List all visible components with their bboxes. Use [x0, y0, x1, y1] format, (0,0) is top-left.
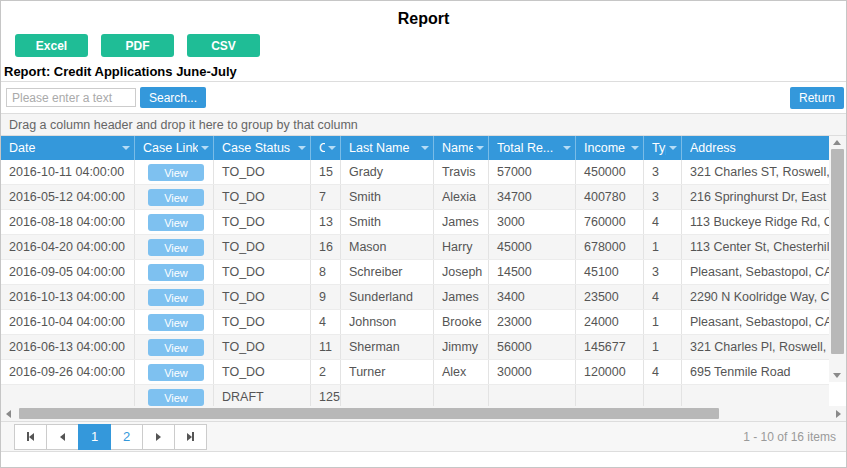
column-header-date[interactable]: Date: [1, 136, 135, 160]
data-grid: Drag a column header and drop it here to…: [1, 113, 846, 452]
scroll-down-icon[interactable]: [833, 373, 841, 378]
grid-body: 2016-10-11 04:00:00ViewTO_DO15GradyTravi…: [1, 160, 829, 406]
cell-name: Harry: [434, 235, 489, 259]
page-title: Report: [1, 1, 846, 29]
column-header-label: Date: [9, 141, 119, 155]
page-2-button[interactable]: 2: [110, 424, 143, 450]
view-case-button[interactable]: View: [148, 264, 204, 281]
pager-info: 1 - 10 of 16 items: [743, 430, 836, 444]
export-excel-button[interactable]: Excel: [15, 34, 88, 57]
view-case-button[interactable]: View: [148, 214, 204, 231]
cell-case_status: TO_DO: [214, 285, 311, 309]
chevron-down-icon[interactable]: [421, 146, 429, 150]
cell-case_status: TO_DO: [214, 185, 311, 209]
cell-case_status: TO_DO: [214, 210, 311, 234]
grid-header-row: DateCase LinkCase StatusC...Last NameNam…: [1, 136, 829, 160]
column-header-address[interactable]: Address: [682, 136, 829, 160]
chevron-down-icon[interactable]: [328, 146, 336, 150]
column-header-name[interactable]: Name: [434, 136, 489, 160]
scroll-up-icon[interactable]: [833, 140, 841, 145]
column-header-label: Address: [690, 141, 825, 155]
next-page-button[interactable]: [142, 424, 175, 450]
cell-income: 400780: [576, 185, 644, 209]
chevron-down-icon[interactable]: [122, 146, 130, 150]
cell-date: [1, 385, 135, 406]
view-case-button[interactable]: View: [148, 239, 204, 256]
column-header-case_link[interactable]: Case Link: [135, 136, 214, 160]
view-case-button[interactable]: View: [148, 314, 204, 331]
column-header-c[interactable]: C...: [311, 136, 341, 160]
page-1-button[interactable]: 1: [78, 424, 111, 450]
cell-case_status: TO_DO: [214, 360, 311, 384]
export-pdf-button[interactable]: PDF: [101, 34, 174, 57]
search-button[interactable]: Search...: [140, 87, 206, 108]
chevron-down-icon[interactable]: [476, 146, 484, 150]
scroll-left-icon[interactable]: [6, 410, 11, 418]
cell-c: 2: [311, 360, 341, 384]
view-case-button[interactable]: View: [148, 289, 204, 306]
cell-type: 1: [644, 335, 682, 359]
cell-last_name: [341, 385, 434, 406]
cell-name: Alex: [434, 360, 489, 384]
export-csv-button[interactable]: CSV: [187, 34, 260, 57]
cell-date: 2016-09-26 04:00:00: [1, 360, 135, 384]
chevron-down-icon[interactable]: [298, 146, 306, 150]
cell-case_status: TO_DO: [214, 335, 311, 359]
pager-button-group: 1 2: [14, 424, 207, 450]
cell-last_name: Johnson: [341, 310, 434, 334]
cell-c: 16: [311, 235, 341, 259]
cell-name: [434, 385, 489, 406]
cell-last_name: Sunderland: [341, 285, 434, 309]
cell-c: 15: [311, 160, 341, 184]
return-button[interactable]: Return: [790, 87, 844, 109]
grid-grouping-bar[interactable]: Drag a column header and drop it here to…: [1, 114, 846, 136]
cell-case_link: View: [135, 360, 214, 384]
column-header-label: Typ: [652, 141, 666, 155]
last-page-button[interactable]: [174, 424, 207, 450]
grid-pager: 1 2 1 - 10 of 16 items: [1, 421, 846, 451]
cell-date: 2016-10-11 04:00:00: [1, 160, 135, 184]
vertical-scrollbar[interactable]: [829, 136, 846, 382]
export-toolbar: Excel PDF CSV: [15, 34, 846, 57]
scroll-right-icon[interactable]: [836, 410, 841, 418]
view-case-button[interactable]: View: [148, 189, 204, 206]
cell-income: 145677: [576, 335, 644, 359]
search-input[interactable]: [6, 88, 136, 107]
chevron-down-icon[interactable]: [563, 146, 571, 150]
previous-page-button[interactable]: [46, 424, 79, 450]
chevron-down-icon[interactable]: [669, 146, 677, 150]
cell-address: 695 Tenmile Road: [682, 360, 829, 384]
table-row: 2016-04-20 04:00:00ViewTO_DO16MasonHarry…: [1, 235, 829, 260]
column-header-type[interactable]: Typ: [644, 136, 682, 160]
chevron-down-icon[interactable]: [631, 146, 639, 150]
view-case-button[interactable]: View: [148, 389, 204, 406]
column-header-income[interactable]: Income: [576, 136, 644, 160]
cell-type: 4: [644, 285, 682, 309]
vertical-scrollbar-thumb[interactable]: [831, 149, 844, 354]
view-case-button[interactable]: View: [148, 164, 204, 181]
cell-type: [644, 385, 682, 406]
chevron-down-icon[interactable]: [201, 146, 209, 150]
report-page: Report Excel PDF CSV Report: Credit Appl…: [0, 0, 847, 468]
cell-type: 4: [644, 210, 682, 234]
horizontal-scrollbar[interactable]: [1, 406, 846, 421]
table-row: 2016-09-05 04:00:00ViewTO_DO8SchreiberJo…: [1, 260, 829, 285]
cell-income: 45100: [576, 260, 644, 284]
cell-name: Joseph: [434, 260, 489, 284]
cell-last_name: Mason: [341, 235, 434, 259]
column-header-last_name[interactable]: Last Name: [341, 136, 434, 160]
cell-case_link: View: [135, 310, 214, 334]
first-page-button[interactable]: [14, 424, 47, 450]
cell-case_status: TO_DO: [214, 235, 311, 259]
view-case-button[interactable]: View: [148, 339, 204, 356]
column-header-case_status[interactable]: Case Status: [214, 136, 311, 160]
cell-total_requested: 45000: [489, 235, 576, 259]
column-header-label: Case Status: [222, 141, 295, 155]
horizontal-scrollbar-thumb[interactable]: [19, 408, 719, 419]
column-header-total_requested[interactable]: Total Re...: [489, 136, 576, 160]
cell-case_link: View: [135, 260, 214, 284]
cell-case_status: TO_DO: [214, 310, 311, 334]
table-row: 2016-10-04 04:00:00ViewTO_DO4JohnsonBroo…: [1, 310, 829, 335]
table-row: 2016-10-13 04:00:00ViewTO_DO9SunderlandJ…: [1, 285, 829, 310]
view-case-button[interactable]: View: [148, 364, 204, 381]
